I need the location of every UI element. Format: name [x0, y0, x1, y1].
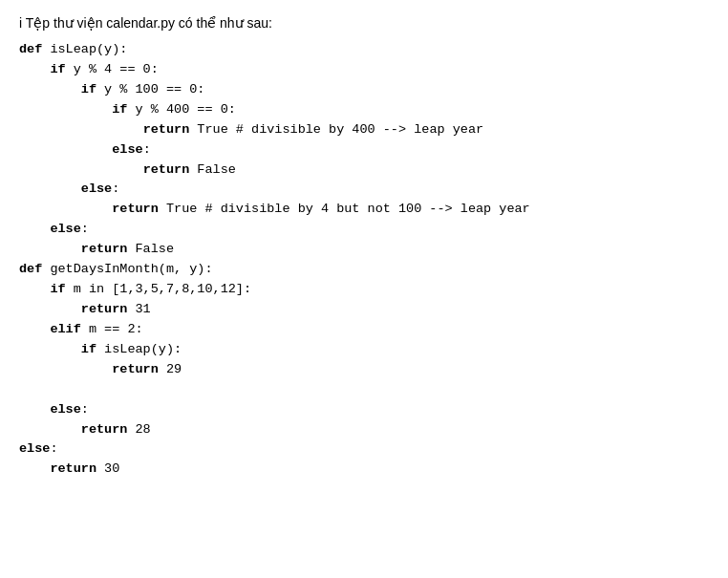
keyword: if: [50, 62, 65, 76]
keyword: def: [19, 42, 42, 56]
keyword: return: [143, 162, 190, 177]
keyword: if: [112, 102, 127, 117]
keyword: elif: [50, 322, 80, 336]
keyword: if: [81, 82, 96, 96]
intro-text: Tệp thư viện calendar.py có thể như sau:: [26, 15, 272, 31]
keyword: if: [81, 342, 96, 356]
keyword: else: [81, 182, 112, 196]
intro-line: i Tệp thư viện calendar.py có thể như sa…: [19, 15, 709, 31]
keyword: return: [81, 302, 128, 316]
bullet-icon: i: [19, 15, 22, 31]
keyword: return: [81, 422, 128, 437]
keyword: return: [81, 242, 128, 256]
keyword: return: [143, 122, 190, 137]
keyword: def: [19, 262, 42, 276]
keyword: return: [50, 461, 96, 476]
keyword: if: [50, 282, 65, 296]
keyword: else: [19, 441, 50, 456]
keyword: else: [50, 222, 80, 236]
keyword: return: [112, 362, 159, 376]
keyword: return: [112, 202, 159, 216]
keyword: else: [112, 142, 142, 157]
code-block: def isLeap(y): if y % 4 == 0: if y % 100…: [19, 40, 709, 480]
keyword: else: [50, 402, 80, 417]
